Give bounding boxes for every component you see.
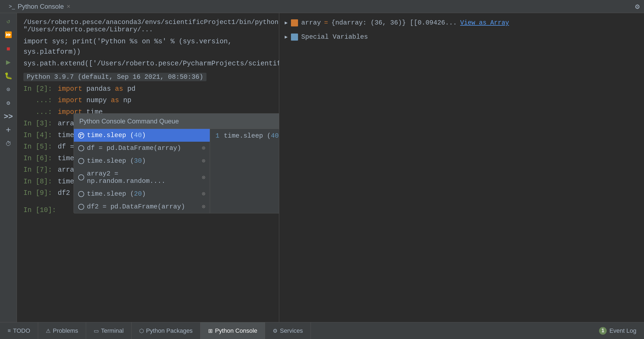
svg-rect-6 <box>295 37 297 40</box>
services-icon: ⚙ <box>273 328 278 334</box>
python-console-tab[interactable]: ⊞ Python Console <box>201 322 265 339</box>
queue-item-remove-2[interactable]: ⊗ <box>202 144 205 152</box>
prompt-in-2: In [2]: <box>23 83 52 95</box>
array-type-icon <box>291 19 298 26</box>
console-tab[interactable]: >_ Python Console ✕ <box>4 0 75 13</box>
console-path: /Users/roberto.pesce/anaconda3/envs/scie… <box>23 19 272 33</box>
command-queue-popup: Python Console Command Queue — <box>74 113 279 213</box>
event-log[interactable]: 1 Event Log <box>591 322 644 339</box>
queue-item-icon-4 <box>78 174 84 180</box>
python-packages-label: Python Packages <box>146 327 193 334</box>
queue-item-icon-2 <box>78 145 84 151</box>
python-packages-tab[interactable]: ⬡ Python Packages <box>132 322 201 339</box>
queue-item-text-2: df = pd.DataFrame(array) <box>87 144 199 152</box>
svg-rect-0 <box>80 134 81 135</box>
event-log-label: Event Log <box>609 327 636 334</box>
todo-tab[interactable]: ≡ TODO <box>0 322 38 339</box>
status-bar: ≡ TODO ⚠ Problems ▭ Terminal ⬡ Python Pa… <box>0 322 644 339</box>
resume-button[interactable]: ⏩ <box>2 29 14 41</box>
services-label: Services <box>280 327 303 334</box>
main-layout: ↺ ⏩ ◼ ▶ 🐛 ⊙ ⚙ >> + ⏱ /Users/roberto.pesc… <box>0 13 644 322</box>
queue-item-5[interactable]: time.sleep (20) ⊗ <box>74 187 210 200</box>
python-version-badge: Python 3.9.7 (default, Sep 16 2021, 08:5… <box>23 73 206 81</box>
queue-item-text-5: time.sleep (20) <box>87 190 199 198</box>
queue-list: time.sleep (40) df = pd.DataFrame(array)… <box>74 129 210 213</box>
stop-button[interactable]: ◼ <box>2 43 14 55</box>
left-toolbar: ↺ ⏩ ◼ ▶ 🐛 ⊙ ⚙ >> + ⏱ <box>0 13 17 322</box>
title-bar: >_ Python Console ✕ ⚙ <box>0 0 644 13</box>
queue-item-icon-6 <box>78 204 84 210</box>
python-packages-icon: ⬡ <box>139 328 144 334</box>
svg-rect-1 <box>81 134 83 135</box>
special-vars-icon <box>291 34 298 41</box>
svg-rect-5 <box>292 37 294 40</box>
queue-item-4[interactable]: array2 = np.random.random.... ⊗ <box>74 167 210 187</box>
console-line-2b: ...: import numpy as np <box>23 95 272 107</box>
services-tab[interactable]: ⚙ Services <box>265 322 311 339</box>
queue-item-1[interactable]: time.sleep (40) <box>74 129 210 142</box>
event-log-badge: 1 <box>599 327 607 335</box>
python-console-label: Python Console <box>215 327 257 334</box>
debug-button[interactable]: 🐛 <box>2 70 14 82</box>
special-vars-label: Special Variables <box>301 32 368 42</box>
console-cmd2: sys.path.extend(['/Users/roberto.pesce/P… <box>23 59 272 69</box>
queue-item-text-1: time.sleep (40) <box>87 132 205 139</box>
problems-tab[interactable]: ⚠ Problems <box>38 322 86 339</box>
rerun-button[interactable]: ↺ <box>2 15 14 27</box>
run-button[interactable]: ▶ <box>2 56 14 68</box>
svg-rect-2 <box>80 136 81 137</box>
queue-item-text-3: time.sleep (30) <box>87 157 199 165</box>
todo-label: TODO <box>13 327 30 334</box>
svg-rect-4 <box>295 35 297 37</box>
svg-rect-3 <box>292 35 294 37</box>
array-variable-row: ▶ array = {ndarray: (36, 36)} [[0.09426.… <box>279 16 644 30</box>
array-var-value: {ndarray: (36, 36)} [[0.09426... <box>331 18 457 28</box>
preview-line-1: 1 time.sleep (40) <box>215 132 279 140</box>
queue-item-remove-4[interactable]: ⊗ <box>202 174 205 181</box>
console-cmd1: import sys; print('Python %s on %s' % (s… <box>23 37 272 57</box>
queue-item-2[interactable]: df = pd.DataFrame(array) ⊗ <box>74 142 210 155</box>
queue-item-remove-3[interactable]: ⊗ <box>202 157 205 165</box>
terminal-icon: ▭ <box>94 328 99 334</box>
console-tab-label: Python Console <box>18 3 64 10</box>
popup-body: time.sleep (40) df = pd.DataFrame(array)… <box>74 129 279 213</box>
exec-button[interactable]: >> <box>2 111 14 123</box>
queue-item-icon-1 <box>78 132 84 138</box>
queue-item-icon-3 <box>78 158 84 164</box>
terminal-tab[interactable]: ▭ Terminal <box>86 322 132 339</box>
add-button[interactable]: + <box>2 124 14 136</box>
problems-icon: ⚠ <box>46 328 51 334</box>
special-variables-row: ▶ Special Variables <box>279 30 644 44</box>
array-var-eq: = <box>324 18 328 28</box>
queue-item-remove-5[interactable]: ⊗ <box>202 190 205 198</box>
console-tab-icon: >_ <box>9 3 15 10</box>
console-line-2: In [2]: import pandas as pd <box>23 83 272 95</box>
python-console-icon: ⊞ <box>208 328 213 334</box>
queue-item-3[interactable]: time.sleep (30) ⊗ <box>74 155 210 167</box>
terminal-label: Terminal <box>101 327 124 334</box>
queue-item-icon-5 <box>78 191 84 197</box>
title-settings-button[interactable]: ⚙ <box>635 2 640 11</box>
queue-preview: 1 time.sleep (40) <box>210 129 279 213</box>
queue-item-text-6: df2 = pd.DataFrame(array) <box>87 203 199 210</box>
close-tab-button[interactable]: ✕ <box>66 4 71 10</box>
preview-line-code: time.sleep (40) <box>224 132 279 140</box>
array-chevron[interactable]: ▶ <box>285 19 288 27</box>
special-vars-chevron[interactable]: ▶ <box>285 34 288 41</box>
problems-label: Problems <box>53 327 78 334</box>
popup-header: Python Console Command Queue — <box>74 114 279 129</box>
right-panel: ▶ array = {ndarray: (36, 36)} [[0.09426.… <box>279 13 644 322</box>
queue-item-remove-6[interactable]: ⊗ <box>202 203 205 210</box>
todo-icon: ≡ <box>8 328 11 334</box>
schedule-button[interactable]: ⏱ <box>2 138 14 150</box>
popup-title: Python Console Command Queue <box>79 117 179 125</box>
settings-button[interactable]: ⚙ <box>2 97 14 109</box>
view-as-array-link[interactable]: View as Array <box>460 18 509 28</box>
queue-item-text-4: array2 = np.random.random.... <box>87 170 199 185</box>
preview-line-num: 1 <box>215 132 219 140</box>
show-output-button[interactable]: ⊙ <box>2 83 14 95</box>
array-var-name: array <box>301 18 321 28</box>
console-area[interactable]: /Users/roberto.pesce/anaconda3/envs/scie… <box>17 13 279 322</box>
queue-item-6[interactable]: df2 = pd.DataFrame(array) ⊗ <box>74 200 210 213</box>
